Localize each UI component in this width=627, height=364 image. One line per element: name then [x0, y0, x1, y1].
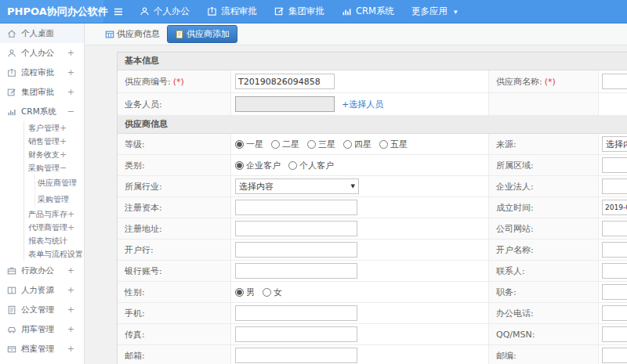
- topbar-menu-item[interactable]: 更多应用▾: [411, 5, 458, 17]
- mobile-input[interactable]: [235, 305, 357, 321]
- topbar-menu-item[interactable]: 集团审批: [274, 5, 324, 17]
- expand-toggle[interactable]: +: [67, 324, 74, 334]
- registered-address-input[interactable]: [235, 221, 357, 236]
- radio-button[interactable]: [288, 161, 297, 170]
- field-label: 开户行:: [118, 240, 231, 260]
- sidebar-item[interactable]: 报表与统计: [0, 234, 84, 247]
- source-select[interactable]: 选择内容▼: [602, 136, 627, 152]
- position-input[interactable]: [602, 284, 627, 300]
- account-name-input[interactable]: [602, 242, 627, 258]
- sidebar-item[interactable]: 个人桌面: [0, 23, 84, 43]
- field-cell: +选择人员: [231, 93, 489, 115]
- sidebar-item[interactable]: 档案管理+: [0, 339, 84, 359]
- expand-toggle[interactable]: +: [67, 48, 74, 58]
- website-input[interactable]: [602, 221, 627, 236]
- radio-option[interactable]: 企业客户: [235, 160, 281, 171]
- supplier-code-input[interactable]: [235, 74, 335, 89]
- sidebar-item[interactable]: 供应商管理: [0, 175, 84, 191]
- hamburger-icon[interactable]: [113, 6, 124, 17]
- field-label: 供应商编号:(*): [118, 70, 231, 92]
- radio-button[interactable]: [343, 140, 352, 149]
- sidebar-item[interactable]: 产品与库存+: [0, 207, 84, 221]
- sidebar-item[interactable]: 个人办公+: [0, 43, 84, 63]
- sidebar-item[interactable]: 流程审批+: [0, 63, 84, 82]
- expand-toggle[interactable]: +: [67, 87, 74, 97]
- expand-toggle[interactable]: +: [67, 285, 74, 295]
- industry-select[interactable]: 选择内容▼: [235, 178, 359, 194]
- sidebar-item[interactable]: 集团审批+: [0, 82, 84, 102]
- select-person-link[interactable]: +选择人员: [342, 99, 383, 110]
- radio-option[interactable]: 女: [263, 287, 282, 298]
- radio-option[interactable]: 男: [235, 287, 255, 298]
- radio-option[interactable]: 一星: [235, 139, 263, 150]
- radio-option[interactable]: 三星: [307, 139, 335, 150]
- supplier-name-input[interactable]: [602, 74, 627, 89]
- topbar-menu-item[interactable]: 流程审批: [207, 5, 257, 17]
- sidebar-item-label: CRM系统: [21, 106, 56, 117]
- region-input[interactable]: [602, 157, 627, 173]
- radio-label: 三星: [318, 139, 335, 150]
- sidebar-item[interactable]: 财务收支+: [0, 148, 84, 161]
- radio-option[interactable]: 四星: [343, 139, 371, 150]
- contact-input[interactable]: [602, 263, 627, 279]
- office-phone-input[interactable]: [602, 305, 627, 321]
- field-label-text: 传真:: [125, 329, 145, 341]
- topbar-menu-item[interactable]: 个人办公: [140, 5, 190, 17]
- bank-branch-input[interactable]: [235, 242, 357, 258]
- radio-option[interactable]: 个人客户: [288, 160, 334, 171]
- sidebar-item[interactable]: 客户管理+: [0, 121, 84, 135]
- founding-date-input[interactable]: [602, 200, 627, 215]
- sidebar-item[interactable]: 代理商管理+: [0, 221, 84, 234]
- expand-toggle[interactable]: −: [67, 106, 74, 117]
- bank-account-input[interactable]: [235, 263, 357, 279]
- sidebar-item[interactable]: 人力资源+: [0, 280, 84, 300]
- sidebar-item[interactable]: 采购管理−: [0, 161, 84, 175]
- field-cell: [231, 240, 489, 260]
- expand-toggle[interactable]: +: [67, 67, 74, 77]
- form-row: 手机:办公电话:: [118, 303, 627, 324]
- legal-person-input[interactable]: [602, 178, 627, 194]
- fax-input[interactable]: [235, 326, 357, 342]
- field-label: QQ/MSN:: [489, 324, 599, 344]
- form-row: 供应商编号:(*)供应商名称:(*): [118, 70, 627, 93]
- field-cell: [599, 240, 627, 260]
- expand-toggle[interactable]: +: [67, 209, 74, 219]
- postcode-input[interactable]: [602, 348, 627, 363]
- radio-label: 个人客户: [299, 160, 334, 171]
- registered-capital-input[interactable]: [235, 200, 357, 215]
- expand-toggle[interactable]: +: [67, 222, 74, 232]
- qq-msn-input[interactable]: [602, 326, 627, 342]
- expand-toggle[interactable]: +: [60, 150, 67, 160]
- expand-toggle[interactable]: +: [83, 249, 85, 259]
- topbar-menu-item[interactable]: CRM系统: [342, 5, 394, 17]
- radio-button[interactable]: [307, 140, 316, 149]
- radio-button[interactable]: [235, 140, 244, 149]
- radio-option[interactable]: 二星: [271, 139, 299, 150]
- sidebar-item-label: 集团审批: [21, 87, 54, 98]
- field-label-text: 所属行业:: [125, 181, 162, 193]
- sidebar-item[interactable]: 行政办公+: [0, 261, 84, 280]
- sidebar-item[interactable]: 销售管理+: [0, 135, 84, 148]
- sidebar-item[interactable]: 采购管理: [0, 191, 84, 207]
- expand-toggle[interactable]: +: [67, 265, 74, 276]
- radio-button[interactable]: [271, 140, 280, 149]
- radio-button[interactable]: [235, 288, 244, 297]
- email-input[interactable]: [235, 348, 357, 363]
- expand-toggle[interactable]: +: [67, 305, 74, 315]
- radio-button[interactable]: [235, 161, 244, 170]
- tab-supplier-info[interactable]: 供应商信息: [105, 28, 160, 40]
- sidebar-item[interactable]: 表单与流程设置+: [0, 247, 84, 261]
- sidebar-item[interactable]: CRM系统−: [0, 102, 84, 121]
- sidebar-item[interactable]: 公文管理+: [0, 300, 84, 319]
- radio-option[interactable]: 五星: [379, 139, 408, 150]
- radio-button[interactable]: [263, 288, 271, 297]
- expand-toggle[interactable]: −: [60, 163, 67, 173]
- expand-toggle[interactable]: +: [60, 136, 67, 146]
- sidebar-item-label: 用车管理: [21, 324, 54, 335]
- expand-toggle[interactable]: +: [67, 344, 74, 354]
- tab-supplier-add[interactable]: 供应商添加: [167, 25, 237, 43]
- radio-button[interactable]: [379, 140, 388, 149]
- expand-toggle[interactable]: +: [60, 123, 67, 133]
- field-cell: 男女: [231, 282, 489, 302]
- sidebar-item[interactable]: 用车管理+: [0, 319, 84, 339]
